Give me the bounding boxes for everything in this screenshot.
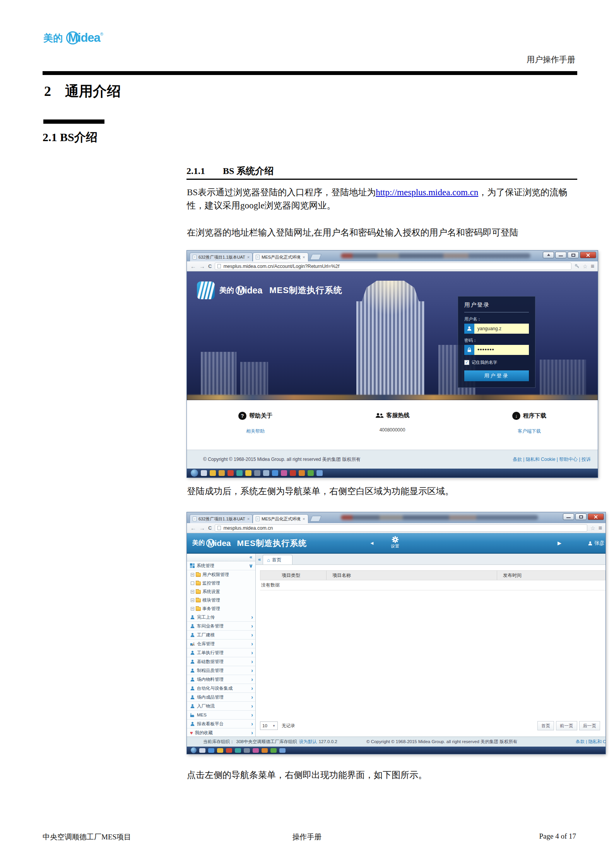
next-page-button[interactable]: 后一页 (579, 721, 600, 730)
taskbar-app-icon[interactable] (263, 470, 269, 476)
taskbar-app-icon[interactable] (199, 748, 205, 753)
username-input[interactable]: yanguang.z (474, 324, 529, 334)
menu-scroll-right-icon[interactable]: ▶ (558, 540, 561, 546)
sidebar-folder-transactions[interactable]: 事务管理 (187, 604, 255, 613)
sidebar-item-completion-upload[interactable]: 完工上传 › (187, 613, 255, 622)
sidebar-item-automation[interactable]: 自动化与设备集成 › (187, 684, 255, 693)
tree-box-icon[interactable] (191, 582, 194, 585)
sidebar-item-system[interactable]: 系统管理 ∨ (187, 561, 255, 570)
sidebar-item-workorder[interactable]: 工单执行管理 › (187, 648, 255, 657)
menu-scroll-left-icon[interactable]: ◄ (369, 540, 375, 546)
taskbar-app-icon[interactable] (254, 470, 260, 476)
tab-home[interactable]: ⌂ 首页 (263, 555, 292, 564)
maximize-button[interactable] (568, 252, 579, 258)
taskbar-app-icon[interactable] (279, 748, 286, 753)
forward-icon[interactable]: → (199, 263, 205, 269)
column-publish-time[interactable]: 发布时间 (497, 571, 605, 580)
forward-icon[interactable]: → (199, 525, 205, 531)
login-submit-button[interactable]: 用户登录 (464, 370, 529, 381)
bookmark-star-icon[interactable]: ☆ (590, 525, 595, 531)
bookmark-star-icon[interactable]: ☆ (583, 263, 588, 269)
remember-checkbox[interactable]: ✓ (464, 360, 469, 365)
sidebar-folder-permissions[interactable]: 用户权限管理 (187, 570, 255, 579)
tab-close-icon[interactable]: × (247, 255, 250, 259)
address-bar[interactable]: mesplus.midea.com.cn/Account/Login?Retur… (215, 263, 571, 270)
browser-menu-icon[interactable]: ≡ (599, 525, 602, 532)
taskbar-app-icon[interactable] (308, 470, 314, 476)
taskbar-app-icon[interactable] (272, 470, 278, 476)
sidebar-item-report-platform[interactable]: 报表看板平台 › (187, 720, 255, 728)
back-icon[interactable]: ← (190, 525, 196, 531)
taskbar-app-icon[interactable] (210, 470, 216, 476)
tree-collapse-icon[interactable] (191, 590, 194, 593)
first-page-button[interactable]: 首页 (537, 721, 554, 730)
taskbar-app-icon[interactable] (219, 470, 225, 476)
set-default-link[interactable]: 设为默认 (299, 739, 317, 744)
close-button[interactable] (588, 513, 604, 520)
new-tab-button[interactable] (310, 254, 322, 260)
column-project-name[interactable]: 项目名称 (326, 571, 497, 580)
taskbar-app-icon[interactable] (316, 470, 323, 476)
reload-icon[interactable]: C (208, 263, 212, 269)
collapse-sidebar-icon[interactable]: « (250, 554, 252, 560)
sidebar-item-workshop[interactable]: 车间业务管理 › (187, 622, 255, 631)
page-size-select[interactable]: 10 ▼ (260, 721, 278, 730)
taskbar-app-icon[interactable] (270, 748, 277, 753)
sidebar-item-factory-modeling[interactable]: 工厂建模 › (187, 631, 255, 639)
client-download-link[interactable]: 客户端下载 (518, 428, 541, 435)
tab-close-icon[interactable]: × (303, 517, 305, 521)
browser-menu-icon[interactable]: ≡ (591, 263, 594, 270)
footer-links[interactable]: 条款 | 隐私和 Cookie | 帮助中心 (576, 739, 605, 745)
browser-tab-uat[interactable]: 632推广项目1.1版本UAT × (190, 252, 253, 261)
taskbar-app-icon[interactable] (217, 748, 223, 753)
sidebar-item-basedata[interactable]: 基础数据管理 › (187, 657, 255, 666)
login-url-link[interactable]: http://mesplus.midea.com.cn (376, 188, 478, 197)
start-button-icon[interactable] (191, 747, 197, 753)
sidebar-folder-settings[interactable]: 系统设置 (187, 587, 255, 596)
minimize-button[interactable] (555, 252, 566, 258)
taskbar-app-icon[interactable] (208, 748, 214, 753)
browser-tab-mes[interactable]: MES产品化正式环境 × (253, 252, 308, 261)
sidebar-item-favorites[interactable]: ♥ 我的收藏 › (187, 728, 255, 737)
taskbar-app-icon[interactable] (226, 748, 232, 753)
prev-page-button[interactable]: 前一页 (556, 721, 577, 730)
minimize-button[interactable] (563, 513, 574, 520)
browser-tab-mes[interactable]: MES产品化正式环境 × (253, 514, 308, 523)
collapse-panel-icon[interactable]: « (258, 556, 261, 562)
start-button-icon[interactable] (191, 469, 198, 477)
key-icon[interactable] (575, 264, 580, 269)
column-project-type[interactable]: 项目类型 (260, 571, 326, 580)
taskbar-app-icon[interactable] (290, 470, 296, 476)
back-icon[interactable]: ← (190, 263, 196, 269)
taskbar-app-icon[interactable] (244, 748, 250, 753)
browser-tab-uat[interactable]: 632推广项目1.1版本UAT × (190, 514, 253, 523)
tab-close-icon[interactable]: × (247, 517, 250, 521)
taskbar-app-icon[interactable] (253, 748, 259, 753)
tree-collapse-icon[interactable] (191, 607, 194, 610)
sidebar-item-onsite-material[interactable]: 场内物料管理 › (187, 675, 255, 684)
footer-links[interactable]: 条款 | 隐私和 Cookie | 帮助中心 | 投诉 (513, 456, 591, 463)
tree-collapse-icon[interactable] (191, 599, 194, 602)
taskbar-app-icon[interactable] (201, 470, 207, 476)
current-user[interactable]: 张彦 (588, 540, 604, 547)
taskbar-app-icon[interactable] (245, 470, 251, 476)
new-tab-button[interactable] (310, 516, 322, 522)
sidebar-item-inbound-logistics[interactable]: 入厂物流 › (187, 702, 255, 711)
related-help-link[interactable]: 相关帮助 (246, 428, 265, 435)
maximize-button[interactable] (575, 513, 587, 520)
taskbar-app-icon[interactable] (236, 470, 243, 476)
sidebar-item-mes[interactable]: MES › (187, 711, 255, 720)
taskbar-app-icon[interactable] (235, 748, 241, 753)
taskbar-app-icon[interactable] (227, 470, 234, 476)
sidebar-item-finished-goods[interactable]: 场内成品管理 › (187, 693, 255, 702)
sidebar-item-quality[interactable]: 制程品质管理 › (187, 666, 255, 675)
reload-icon[interactable]: C (208, 525, 212, 531)
taskbar-app-icon[interactable] (281, 470, 287, 476)
sidebar-folder-modules[interactable]: 模块管理 (187, 596, 255, 604)
taskbar-app-icon[interactable] (299, 470, 305, 476)
close-button[interactable] (580, 252, 596, 258)
password-input[interactable]: ••••••• (474, 345, 529, 355)
tree-collapse-icon[interactable] (191, 573, 194, 576)
settings-button[interactable]: 设置 (386, 536, 404, 549)
tab-close-icon[interactable]: × (303, 255, 305, 259)
